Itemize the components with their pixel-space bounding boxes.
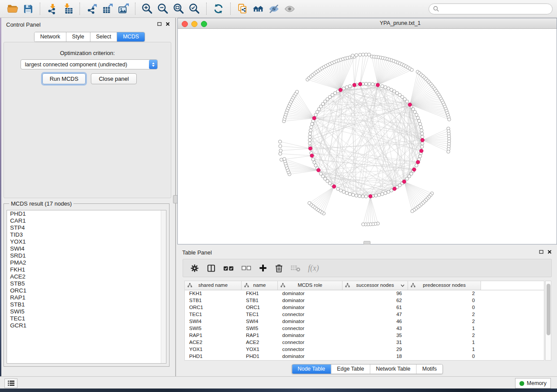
result-node-item[interactable]: ACE2 — [7, 273, 166, 280]
network-window-titlebar[interactable]: YPA_prune.txt_1 — [178, 18, 557, 29]
close-window-icon[interactable] — [182, 21, 188, 27]
run-mcds-button[interactable]: Run MCDS — [42, 73, 86, 84]
cell-mcds-role: connector — [278, 346, 343, 353]
show-all-icon[interactable] — [282, 2, 298, 16]
table-row[interactable]: SWI5SWI5connector431 — [185, 325, 544, 332]
column-header-predecessor-nodes[interactable]: predecessor nodes — [408, 281, 481, 290]
function-builder-icon[interactable]: f(x) — [308, 264, 319, 273]
float-panel-icon[interactable] — [539, 250, 543, 254]
cell-shared-name: SWI4 — [185, 318, 242, 325]
import-table-file-icon[interactable] — [60, 2, 76, 16]
export-image-icon[interactable] — [115, 2, 131, 16]
result-node-item[interactable]: STB1 — [7, 301, 166, 308]
table-row[interactable]: PHD1PHD1dominator180 — [185, 353, 544, 360]
criterion-dropdown[interactable]: largest connected component (undirected) — [21, 59, 158, 69]
table-row[interactable]: ACE2ACE2connector311 — [185, 339, 544, 346]
table-row[interactable]: YOX1YOX1connector291 — [185, 346, 544, 353]
node-table[interactable]: shared namenameMCDS rolesuccessor nodesp… — [184, 281, 544, 361]
cell-successor-nodes: 62 — [343, 297, 408, 304]
maximize-window-icon[interactable] — [201, 21, 207, 27]
cell-successor-nodes: 31 — [343, 339, 408, 346]
result-node-item[interactable]: YOX1 — [7, 238, 166, 245]
mcds-result-list[interactable]: PHD1CAR1STP4TID3YOX1SWI4SRD1PMA2FKH1ACE2… — [7, 210, 166, 364]
zoom-out-icon[interactable] — [155, 2, 171, 16]
close-panel-icon[interactable] — [547, 250, 552, 254]
zoom-fit-icon[interactable] — [171, 2, 187, 16]
result-node-item[interactable]: ORC1 — [7, 287, 166, 294]
column-header-mcds-role[interactable]: MCDS role — [278, 281, 343, 290]
close-panel-icon[interactable] — [166, 22, 170, 26]
tab-network[interactable]: Network — [35, 32, 66, 41]
network-view-window: YPA_prune.txt_1 — [177, 18, 557, 244]
tab-mcds[interactable]: MCDS — [117, 32, 145, 41]
zoom-in-icon[interactable] — [139, 2, 155, 16]
result-node-item[interactable]: FKH1 — [7, 266, 166, 273]
result-node-item[interactable]: TID3 — [7, 231, 166, 238]
close-panel-button[interactable]: Close panel — [91, 73, 137, 84]
tab-select[interactable]: Select — [90, 32, 118, 41]
column-header-name[interactable]: name — [242, 281, 278, 290]
column-header-shared-name[interactable]: shared name — [185, 281, 242, 290]
tab-node-table[interactable]: Node Table — [292, 364, 331, 374]
hide-selected-icon[interactable] — [266, 2, 282, 16]
table-scrollbar[interactable] — [545, 281, 551, 361]
cell-successor-nodes: 43 — [343, 325, 408, 332]
table-row[interactable]: STB1STB1dominator620 — [185, 297, 544, 304]
cell-mcds-role: dominator — [278, 332, 343, 339]
result-node-item[interactable]: GCR1 — [7, 322, 166, 329]
table-row[interactable]: SWI4SWI4dominator462 — [185, 318, 544, 325]
result-node-item[interactable]: SRD1 — [7, 252, 166, 259]
result-node-item[interactable]: PHD1 — [7, 210, 166, 217]
network-canvas[interactable] — [178, 29, 557, 244]
result-node-item[interactable]: TEC1 — [7, 315, 166, 322]
tab-edge-table[interactable]: Edge Table — [331, 364, 370, 374]
result-node-item[interactable]: STB5 — [7, 280, 166, 287]
table-row[interactable]: RAP1RAP1dominator352 — [185, 332, 544, 339]
tab-motifs[interactable]: Motifs — [416, 364, 442, 374]
table-scrollbar-thumb[interactable] — [547, 284, 550, 335]
column-header-successor-nodes[interactable]: successor nodes — [343, 281, 408, 290]
control-panel-title: Control Panel — [6, 21, 41, 28]
table-row[interactable]: TEC1TEC1connector472 — [185, 311, 544, 318]
export-table-icon[interactable] — [100, 2, 115, 16]
zoom-selected-icon[interactable] — [187, 2, 202, 16]
cell-mcds-role: dominator — [278, 290, 343, 297]
select-all-rows-icon[interactable] — [223, 264, 234, 272]
settings-gear-icon[interactable] — [190, 264, 199, 273]
search-input[interactable] — [442, 5, 548, 12]
float-panel-icon[interactable] — [157, 22, 162, 26]
table-row[interactable]: FKH1FKH1dominator962 — [185, 290, 544, 297]
panel-menu-button[interactable] — [4, 378, 17, 388]
memory-button[interactable]: Memory — [515, 378, 551, 389]
mcds-result-group: MCDS result (17 nodes) PHD1CAR1STP4TID3Y… — [3, 203, 170, 367]
cell-name: YOX1 — [242, 346, 278, 353]
deselect-all-rows-icon[interactable] — [242, 265, 251, 272]
result-scrollbar[interactable] — [161, 210, 166, 363]
result-node-item[interactable]: RAP1 — [7, 294, 166, 301]
tab-style[interactable]: Style — [66, 32, 90, 41]
delete-table-icon[interactable] — [291, 264, 301, 272]
table-row[interactable]: ORC1ORC1dominator610 — [185, 304, 544, 311]
result-node-item[interactable]: PMA2 — [7, 259, 166, 266]
cell-predecessor-nodes: 2 — [408, 318, 481, 325]
result-node-item[interactable]: CAR1 — [7, 217, 166, 224]
clone-network-icon[interactable] — [235, 2, 250, 16]
delete-column-icon[interactable] — [275, 264, 283, 273]
refresh-view-icon[interactable] — [211, 2, 226, 16]
horizontal-splitter-grip[interactable] — [363, 241, 370, 244]
add-column-icon[interactable] — [259, 264, 267, 272]
export-network-icon[interactable] — [84, 2, 100, 16]
cell-name: SWI5 — [242, 325, 278, 332]
open-session-icon[interactable] — [4, 2, 20, 16]
toggle-column-view-icon[interactable] — [207, 264, 216, 273]
import-network-file-icon[interactable] — [44, 2, 60, 16]
first-neighbors-icon[interactable] — [250, 2, 266, 16]
minimize-window-icon[interactable] — [191, 21, 197, 27]
tab-network-table[interactable]: Network Table — [370, 364, 417, 374]
result-node-item[interactable]: STP4 — [7, 224, 166, 231]
result-node-item[interactable]: SWI5 — [7, 308, 166, 315]
result-node-item[interactable]: SWI4 — [7, 245, 166, 252]
save-session-icon[interactable] — [20, 2, 36, 16]
cell-shared-name: TEC1 — [185, 311, 242, 318]
search-field[interactable] — [429, 3, 553, 14]
